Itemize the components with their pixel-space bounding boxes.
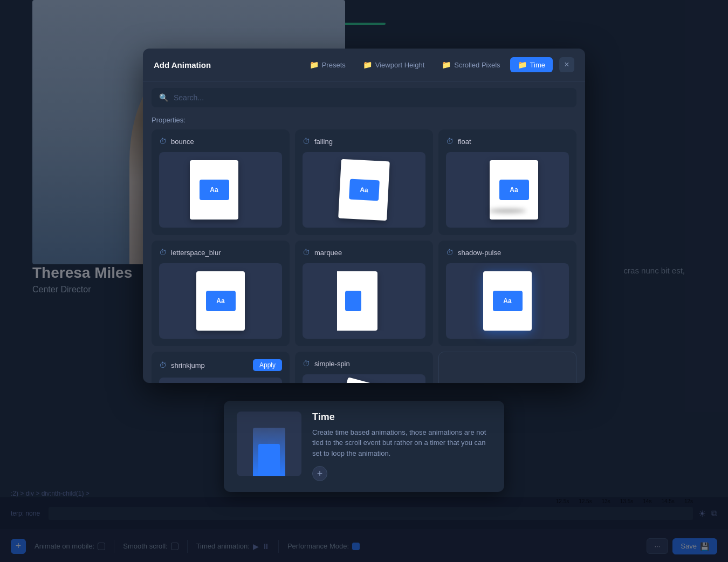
modal-header: Add Animation 📁 Presets 📁 Viewport Heigh… xyxy=(143,49,585,81)
preview-paper-simple-spin: Aa xyxy=(333,377,395,383)
preview-box-marquee xyxy=(345,291,361,311)
clock-icon-bounce: ⏱ xyxy=(159,137,167,146)
anim-preview-float: Aa xyxy=(446,152,569,228)
marquee-clip xyxy=(337,271,391,331)
anim-name-marquee: marquee xyxy=(314,249,342,257)
anim-card-shadow-pulse[interactable]: ⏱ shadow-pulse Aa xyxy=(438,241,576,346)
tooltip-add-button[interactable]: + xyxy=(312,466,327,481)
anim-card-simple-spin-header: ⏱ simple-spin xyxy=(303,359,425,368)
tab-time[interactable]: 📁 Time xyxy=(510,57,553,72)
anim-name-bounce: bounce xyxy=(171,138,194,146)
folder-icon-viewport: 📁 xyxy=(363,60,372,69)
anim-name-falling: falling xyxy=(314,138,333,146)
properties-label: Properties: xyxy=(143,114,585,129)
anim-card-falling[interactable]: ⏱ falling Aa xyxy=(295,129,433,235)
anim-card-shadow-pulse-header: ⏱ shadow-pulse xyxy=(446,248,569,257)
anim-card-shrinkjump[interactable]: ⏱ shrinkjump Apply Aa xyxy=(152,352,290,383)
anim-card-bounce[interactable]: ⏱ bounce Aa xyxy=(152,129,290,235)
anim-preview-letterspace: Aa xyxy=(159,263,282,339)
tab-scrolled-pixels[interactable]: 📁 Scrolled Pixels xyxy=(434,57,507,72)
float-preview-container: Aa xyxy=(483,160,532,220)
anim-preview-marquee xyxy=(303,263,425,339)
preview-box-float: Aa xyxy=(499,180,529,200)
anim-preview-falling: Aa xyxy=(303,152,425,228)
anim-preview-shadow-pulse: Aa xyxy=(446,263,569,339)
anim-card-letterspace-header: ⏱ letterspace_blur xyxy=(159,248,282,257)
tooltip-thumbnail xyxy=(237,412,301,476)
anim-card-float-header: ⏱ float xyxy=(446,137,569,146)
anim-card-falling-header: ⏱ falling xyxy=(303,137,425,146)
folder-icon-scrolled: 📁 xyxy=(442,60,451,69)
float-shadow xyxy=(489,209,526,213)
clock-icon-falling: ⏱ xyxy=(303,137,310,146)
clock-icon-letterspace: ⏱ xyxy=(159,248,167,257)
clock-icon-float: ⏱ xyxy=(446,137,454,146)
add-animation-modal: Add Animation 📁 Presets 📁 Viewport Heigh… xyxy=(143,49,585,383)
anim-card-bounce-header: ⏱ bounce xyxy=(159,137,282,146)
anim-name-simple-spin: simple-spin xyxy=(314,360,350,368)
folder-icon-time: 📁 xyxy=(518,60,527,69)
preview-paper-letterspace: Aa xyxy=(196,271,245,331)
preview-box-bounce: Aa xyxy=(200,180,229,200)
preview-paper-falling: Aa xyxy=(338,159,390,221)
tooltip-thumb-inner xyxy=(253,428,285,476)
tooltip-content: Time Create time based animations, those… xyxy=(312,412,491,482)
modal-title: Add Animation xyxy=(154,60,211,70)
preview-box-falling: Aa xyxy=(349,179,380,201)
animation-grid: ⏱ bounce Aa ⏱ falling Aa xyxy=(143,129,585,383)
anim-card-marquee[interactable]: ⏱ marquee xyxy=(295,241,433,346)
clock-icon-marquee: ⏱ xyxy=(303,248,310,257)
preview-paper-marquee xyxy=(337,271,377,331)
preview-paper-bounce: Aa xyxy=(190,160,238,220)
preview-box-letterspace: Aa xyxy=(206,291,236,311)
shadow-pulse-container: Aa xyxy=(483,271,532,331)
anim-card-shrinkjump-header: ⏱ shrinkjump Apply xyxy=(159,359,282,371)
anim-preview-simple-spin: Aa xyxy=(303,374,425,383)
anim-name-float: float xyxy=(458,138,471,146)
anim-card-float[interactable]: ⏱ float Aa xyxy=(438,129,576,235)
apply-button-shrinkjump[interactable]: Apply xyxy=(253,359,282,371)
search-icon: 🔍 xyxy=(159,93,168,102)
search-bar: 🔍 xyxy=(152,88,576,107)
tooltip-blue-bar xyxy=(258,444,280,476)
anim-card-simple-spin[interactable]: ⏱ simple-spin Aa xyxy=(295,352,433,383)
anim-name-shadow-pulse: shadow-pulse xyxy=(458,249,501,257)
anim-card-marquee-header: ⏱ marquee xyxy=(303,248,425,257)
tooltip-title: Time xyxy=(312,412,491,423)
search-input[interactable] xyxy=(174,93,569,102)
preview-paper-shadow-pulse: Aa xyxy=(483,271,532,331)
tooltip-description: Create time based animations, those anim… xyxy=(312,427,491,459)
tab-group: 📁 Presets 📁 Viewport Height 📁 Scrolled P… xyxy=(302,57,553,72)
tooltip-popup: Time Create time based animations, those… xyxy=(224,401,504,492)
tab-viewport-height[interactable]: 📁 Viewport Height xyxy=(355,57,432,72)
clock-icon-shadow-pulse: ⏱ xyxy=(446,248,454,257)
anim-preview-shrinkjump: Aa xyxy=(159,378,282,383)
preview-box-shadow-pulse: Aa xyxy=(493,291,523,311)
tab-presets[interactable]: 📁 Presets xyxy=(302,57,353,72)
clock-icon-simple-spin: ⏱ xyxy=(303,359,310,368)
clock-icon-shrinkjump: ⏱ xyxy=(159,361,167,369)
anim-card-empty xyxy=(438,352,576,383)
anim-card-letterspace-blur[interactable]: ⏱ letterspace_blur Aa xyxy=(152,241,290,346)
close-button[interactable]: × xyxy=(559,57,574,72)
anim-name-shrinkjump: shrinkjump xyxy=(171,361,205,369)
folder-icon-presets: 📁 xyxy=(310,60,319,69)
anim-preview-bounce: Aa xyxy=(159,152,282,228)
anim-name-letterspace: letterspace_blur xyxy=(171,249,221,257)
